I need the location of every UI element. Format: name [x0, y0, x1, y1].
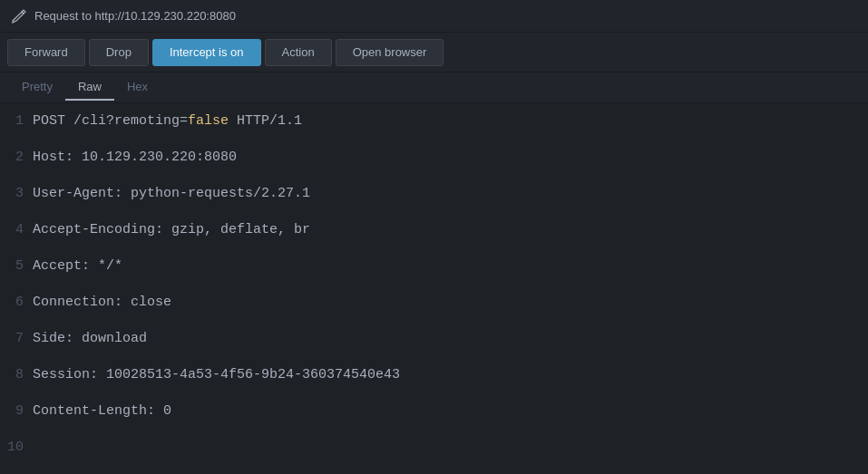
- code-line: 10: [0, 430, 868, 466]
- text-token: HTTP/1.1: [229, 113, 302, 129]
- line-content: Accept: */*: [33, 250, 122, 283]
- line-content: Host: 10.129.230.220:8080: [33, 141, 237, 174]
- tab-raw[interactable]: Raw: [65, 74, 114, 101]
- text-token: POST /cli?remoting=: [33, 113, 188, 129]
- line-content: Session: 10028513-4a53-4f56-9b24-3603745…: [33, 359, 400, 392]
- code-line: 2Host: 10.129.230.220:8080: [0, 140, 868, 176]
- edit-icon: [11, 8, 27, 24]
- code-line: 3User-Agent: python-requests/2.27.1: [0, 176, 868, 212]
- code-line: 4Accept-Encoding: gzip, deflate, br: [0, 212, 868, 248]
- text-token: Content-Length: 0: [33, 403, 171, 419]
- text-token: Accept-Encoding: gzip, deflate, br: [33, 222, 310, 237]
- btn-intercept[interactable]: Intercept is on: [152, 39, 261, 66]
- text-token: User-Agent: python-requests/2.27.1: [33, 186, 310, 201]
- btn-open-browser[interactable]: Open browser: [336, 39, 444, 66]
- line-number: 5: [0, 250, 33, 283]
- code-line: 6Connection: close: [0, 285, 868, 321]
- btn-drop[interactable]: Drop: [89, 39, 149, 66]
- tab-hex[interactable]: Hex: [114, 74, 161, 101]
- line-number: 7: [0, 323, 33, 355]
- text-token: Accept: */*: [33, 258, 122, 274]
- line-content: Accept-Encoding: gzip, deflate, br: [33, 214, 310, 247]
- code-line: 7Side: download: [0, 321, 868, 357]
- toolbar: ForwardDropIntercept is onActionOpen bro…: [0, 33, 868, 73]
- text-token: Connection: close: [33, 295, 171, 310]
- tabs-bar: PrettyRawHex: [0, 73, 868, 103]
- code-line: 5Accept: */*: [0, 248, 868, 285]
- line-content: POST /cli?remoting=false HTTP/1.1: [33, 105, 302, 138]
- line-content: User-Agent: python-requests/2.27.1: [33, 178, 310, 210]
- line-number: 6: [0, 286, 33, 319]
- line-content: Connection: close: [33, 286, 171, 319]
- text-token: Side: download: [33, 331, 147, 346]
- code-line: 8Session: 10028513-4a53-4f56-9b24-360374…: [0, 357, 868, 393]
- code-line: 9Content-Length: 0: [0, 393, 868, 430]
- code-line: 1POST /cli?remoting=false HTTP/1.1: [0, 103, 868, 140]
- btn-action[interactable]: Action: [265, 39, 332, 66]
- line-number: 1: [0, 105, 33, 138]
- btn-forward[interactable]: Forward: [7, 39, 85, 66]
- title-bar: Request to http://10.129.230.220:8080: [0, 0, 868, 33]
- tab-pretty[interactable]: Pretty: [9, 74, 65, 101]
- line-number: 10: [0, 431, 33, 464]
- line-number: 4: [0, 214, 33, 247]
- line-number: 9: [0, 395, 33, 428]
- title-text: Request to http://10.129.230.220:8080: [34, 9, 236, 23]
- request-content: 1POST /cli?remoting=false HTTP/1.12Host:…: [0, 103, 868, 474]
- text-token: Session: 10028513-4a53-4f56-9b24-3603745…: [33, 367, 400, 382]
- line-number: 8: [0, 359, 33, 392]
- keyword-token: false: [188, 113, 229, 129]
- line-content: Content-Length: 0: [33, 395, 171, 428]
- text-token: Host: 10.129.230.220:8080: [33, 150, 237, 165]
- line-content: Side: download: [33, 323, 147, 355]
- line-number: 3: [0, 178, 33, 210]
- line-number: 2: [0, 141, 33, 174]
